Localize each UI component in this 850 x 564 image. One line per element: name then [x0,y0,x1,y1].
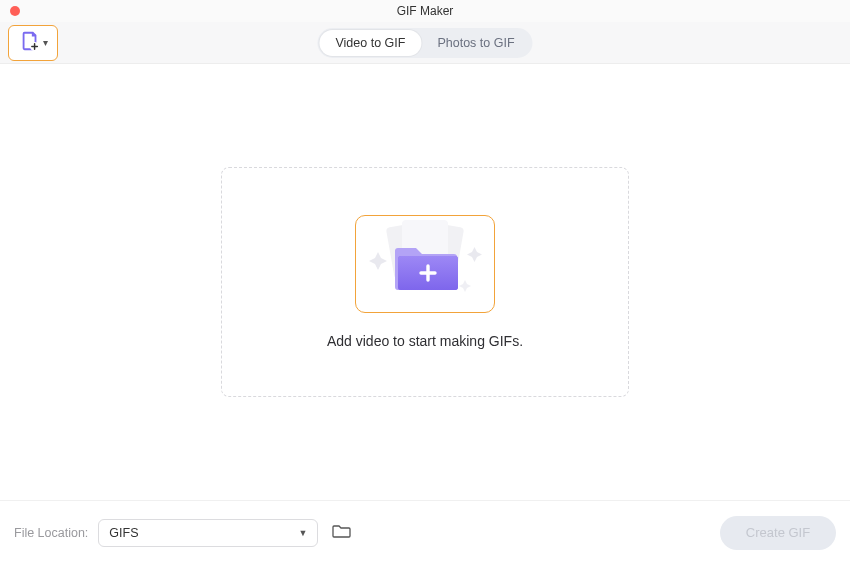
add-file-icon [19,30,41,56]
open-folder-button[interactable] [328,522,356,544]
dropzone-prompt: Add video to start making GIFs. [327,333,523,349]
create-gif-button[interactable]: Create GIF [720,516,836,550]
main-area: Add video to start making GIFs. [0,64,850,500]
close-window-button[interactable] [10,6,20,16]
tab-photos-to-gif[interactable]: Photos to GIF [421,30,530,56]
titlebar: GIF Maker [0,0,850,22]
chevron-down-icon: ▼ [298,528,307,538]
folder-add-icon [360,218,490,310]
footer: File Location: GIFS ▼ Create GIF [0,500,850,564]
file-location-value: GIFS [109,526,138,540]
mode-tabs: Video to GIF Photos to GIF [317,28,532,58]
file-location-label: File Location: [14,526,88,540]
toolbar: ▾ Video to GIF Photos to GIF [0,22,850,64]
tab-video-to-gif[interactable]: Video to GIF [319,30,421,56]
window-title: GIF Maker [397,4,454,18]
file-location-select[interactable]: GIFS ▼ [98,519,318,547]
add-video-graphic[interactable] [355,215,495,313]
chevron-down-icon: ▾ [43,37,48,48]
dropzone[interactable]: Add video to start making GIFs. [221,167,629,397]
folder-open-icon [332,523,352,543]
add-file-button[interactable]: ▾ [8,25,58,61]
